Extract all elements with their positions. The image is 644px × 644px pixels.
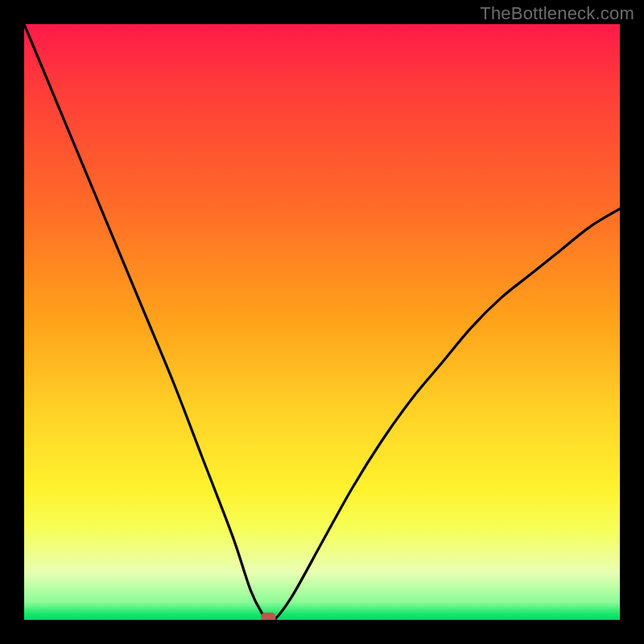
chart-svg	[24, 24, 620, 620]
minimum-marker	[261, 613, 275, 620]
bottleneck-curve	[24, 24, 620, 620]
watermark-label: TheBottleneck.com	[480, 3, 634, 24]
plot-area	[24, 24, 620, 620]
chart-frame: TheBottleneck.com	[0, 0, 644, 644]
